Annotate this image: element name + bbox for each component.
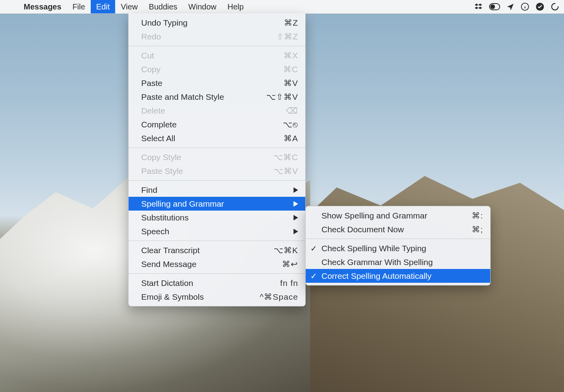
menu-item-label: Copy	[141, 65, 283, 74]
menubar: Messages File Edit View Buddies Window H…	[0, 0, 564, 14]
menu-item-label: Emoji & Symbols	[141, 292, 260, 302]
menu-item-clear-transcript[interactable]: Clear Transcript⌥⌘K	[129, 243, 305, 257]
menu-item-label: Speech	[141, 227, 289, 236]
menu-item-check-grammar-with-spelling[interactable]: Check Grammar With Spelling	[306, 255, 490, 269]
spelling-grammar-submenu: Show Spelling and Grammar⌘:Check Documen…	[305, 206, 491, 286]
menu-item-complete[interactable]: Complete⌥⎋	[129, 118, 305, 131]
menu-item-select-all[interactable]: Select All⌘A	[129, 131, 305, 145]
menu-item-label: Find	[141, 185, 289, 195]
menubar-status-area	[474, 2, 564, 11]
menu-item-delete: Delete⌫	[129, 104, 305, 118]
menu-item-copy: Copy⌘C	[129, 62, 305, 76]
menu-item-shortcut: ⌘C	[283, 65, 298, 74]
switch-icon[interactable]	[489, 3, 500, 10]
menu-item-emoji-symbols[interactable]: Emoji & Symbols^⌘Space	[129, 290, 305, 304]
checkmark-icon: ✓	[310, 271, 317, 281]
menu-item-label: Substitutions	[141, 213, 289, 222]
menu-item-shortcut: ⌥⎋	[283, 120, 298, 129]
menu-item-shortcut: ⌘↩	[282, 259, 298, 269]
menu-item-paste[interactable]: Paste⌘V	[129, 76, 305, 90]
submenu-arrow-icon	[293, 215, 298, 220]
menu-separator	[129, 147, 305, 148]
menu-item-start-dictation[interactable]: Start Dictationfn fn	[129, 276, 305, 290]
menu-item-shortcut: ^⌘Space	[260, 292, 298, 302]
dropbox-icon[interactable]	[474, 2, 483, 11]
menu-item-label: Start Dictation	[141, 278, 280, 288]
menu-view[interactable]: View	[115, 0, 143, 13]
menu-item-label: Clear Transcript	[141, 246, 274, 255]
menu-item-shortcut: ⌘X	[284, 51, 298, 60]
menu-item-show-spelling-and-grammar[interactable]: Show Spelling and Grammar⌘:	[306, 209, 490, 222]
menu-item-label: Paste Style	[141, 166, 274, 176]
menu-file[interactable]: File	[67, 0, 91, 13]
menu-item-speech[interactable]: Speech	[129, 224, 305, 238]
info-icon[interactable]	[521, 2, 529, 11]
menu-item-find[interactable]: Find	[129, 183, 305, 197]
submenu-arrow-icon	[293, 229, 298, 234]
checkmark-icon: ✓	[310, 244, 317, 253]
menu-item-label: Undo Typing	[141, 18, 284, 28]
menu-item-redo: Redo⇧⌘Z	[129, 30, 305, 43]
menu-item-shortcut: ⌘A	[284, 134, 298, 143]
apple-menu-icon[interactable]	[0, 6, 18, 7]
spinner-icon[interactable]	[551, 2, 559, 11]
menu-item-cut: Cut⌘X	[129, 49, 305, 62]
menu-item-label: Correct Spelling Automatically	[321, 271, 483, 281]
menu-item-label: Check Spelling While Typing	[321, 244, 483, 253]
menu-item-spelling-and-grammar[interactable]: Spelling and Grammar	[129, 197, 305, 211]
menu-item-label: Redo	[141, 32, 276, 41]
menu-item-shortcut: ⌥⌘K	[274, 246, 298, 255]
menu-item-shortcut: ⌥⌘V	[274, 166, 298, 176]
menu-separator	[129, 180, 305, 181]
menu-item-shortcut: ⇧⌘Z	[276, 32, 298, 41]
menu-edit[interactable]: Edit	[91, 0, 115, 13]
menu-item-check-document-now[interactable]: Check Document Now⌘;	[306, 222, 490, 236]
menu-item-shortcut: ⌫	[286, 106, 298, 116]
menu-item-shortcut: ⌥⇧⌘V	[266, 92, 298, 102]
menu-item-copy-style: Copy Style⌥⌘C	[129, 150, 305, 164]
menu-item-label: Show Spelling and Grammar	[321, 211, 472, 220]
menu-item-shortcut: ⌘Z	[284, 18, 298, 28]
menu-item-correct-spelling-automatically[interactable]: ✓Correct Spelling Automatically	[306, 269, 490, 283]
menu-item-label: Copy Style	[141, 153, 273, 162]
menu-help[interactable]: Help	[222, 0, 249, 13]
edit-menu-dropdown: Undo Typing⌘ZRedo⇧⌘ZCut⌘XCopy⌘CPaste⌘VPa…	[128, 13, 306, 306]
menu-item-substitutions[interactable]: Substitutions	[129, 211, 305, 224]
menu-window[interactable]: Window	[183, 0, 222, 13]
menu-item-send-message[interactable]: Send Message⌘↩	[129, 257, 305, 271]
menu-item-shortcut: ⌘:	[472, 211, 483, 220]
menu-item-shortcut: ⌘V	[284, 78, 298, 88]
menu-buddies[interactable]: Buddies	[143, 0, 183, 13]
menu-item-shortcut: ⌥⌘C	[273, 153, 298, 162]
submenu-arrow-icon	[293, 201, 298, 207]
svg-point-1	[490, 4, 495, 9]
menu-item-paste-and-match-style[interactable]: Paste and Match Style⌥⇧⌘V	[129, 90, 305, 104]
menu-item-label: Paste	[141, 78, 284, 88]
menu-item-check-spelling-while-typing[interactable]: ✓Check Spelling While Typing	[306, 241, 490, 255]
menu-item-label: Check Document Now	[321, 225, 472, 234]
menu-item-undo-typing[interactable]: Undo Typing⌘Z	[129, 16, 305, 30]
menu-item-shortcut: fn fn	[280, 278, 298, 288]
submenu-arrow-icon	[293, 187, 298, 193]
menu-separator	[129, 46, 305, 46]
menu-item-label: Complete	[141, 120, 283, 129]
menu-separator	[129, 273, 305, 274]
menu-item-label: Paste and Match Style	[141, 92, 266, 102]
menu-item-label: Delete	[141, 106, 286, 116]
menu-item-label: Select All	[141, 134, 284, 143]
location-icon[interactable]	[506, 3, 514, 11]
app-menu[interactable]: Messages	[18, 0, 67, 13]
check-circle-icon[interactable]	[536, 2, 544, 11]
menu-separator	[129, 241, 305, 241]
menu-item-label: Send Message	[141, 259, 282, 269]
menu-item-shortcut: ⌘;	[472, 225, 483, 234]
menu-item-label: Cut	[141, 51, 284, 60]
menu-separator	[306, 239, 490, 239]
menu-item-paste-style: Paste Style⌥⌘V	[129, 164, 305, 178]
menu-item-label: Check Grammar With Spelling	[321, 258, 483, 267]
menu-item-label: Spelling and Grammar	[141, 199, 289, 209]
